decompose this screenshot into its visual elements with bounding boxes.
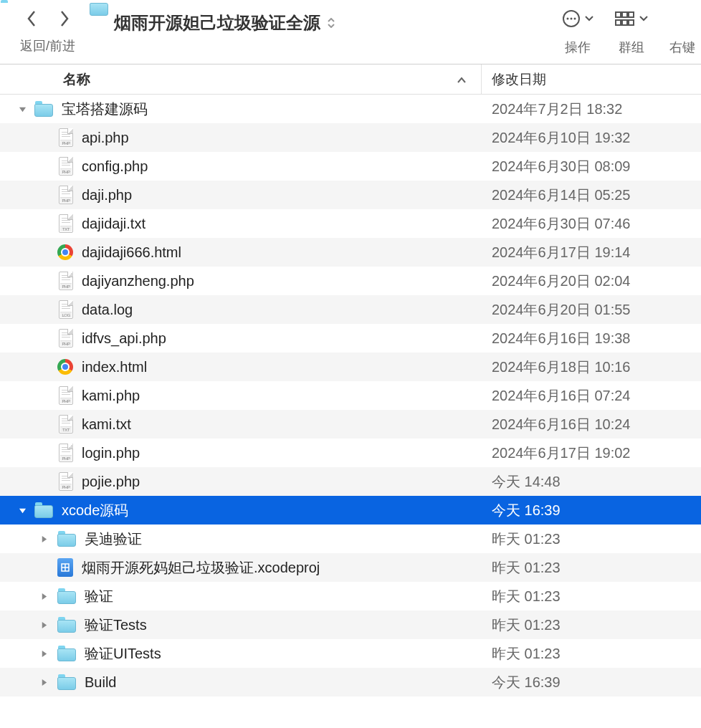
date-cell: 昨天 01:23 [482, 587, 701, 606]
chevron-down-icon [639, 16, 648, 21]
file-row[interactable]: xcode源码今天 16:39 [0, 496, 701, 525]
name-cell: index.html [0, 353, 482, 381]
file-date: 2024年6月20日 02:04 [492, 273, 630, 289]
file-name: login.php [82, 445, 140, 461]
name-cell: xcode源码 [0, 496, 482, 525]
file-row[interactable]: 验证昨天 01:23 [0, 582, 701, 610]
file-row[interactable]: PHPdajiyanzheng.php2024年6月20日 02:04 [0, 267, 701, 295]
column-name-label: 名称 [63, 70, 90, 89]
name-cell: PHPidfvs_api.php [0, 324, 482, 353]
file-date: 2024年6月16日 10:24 [492, 416, 630, 432]
html-file-icon [57, 358, 73, 376]
file-date: 2024年6月16日 19:38 [492, 330, 630, 346]
file-row[interactable]: PHPkami.php2024年6月16日 07:24 [0, 381, 701, 410]
column-header: 名称 修改日期 [0, 64, 701, 95]
date-cell: 今天 16:39 [482, 673, 701, 692]
context-menu[interactable]: 右键 [669, 9, 695, 56]
path-control[interactable]: 烟雨开源妲己垃圾验证全源 [90, 11, 540, 34]
file-row[interactable]: PHPlogin.php2024年6月17日 19:02 [0, 439, 701, 467]
path-chevrons-icon [328, 18, 335, 28]
action-menu[interactable]: 操作 [562, 9, 593, 56]
group-label: 群组 [619, 39, 644, 56]
file-row[interactable]: index.html2024年6月18日 10:16 [0, 353, 701, 381]
file-row[interactable]: PHPpojie.php今天 14:48 [0, 467, 701, 496]
file-row[interactable]: PHPdaji.php2024年6月14日 05:25 [0, 181, 701, 209]
file-date: 2024年6月17日 19:02 [492, 445, 630, 461]
file-date: 昨天 01:23 [492, 560, 561, 575]
file-row[interactable]: TXTkami.txt2024年6月16日 10:24 [0, 410, 701, 439]
date-cell: 昨天 01:23 [482, 616, 701, 635]
group-menu[interactable]: 群组 [615, 9, 648, 56]
date-cell: 2024年6月17日 19:02 [482, 444, 701, 463]
name-cell: 吴迪验证 [0, 525, 482, 553]
svg-marker-18 [42, 650, 46, 656]
date-cell: 今天 16:39 [482, 501, 701, 520]
file-row[interactable]: 验证Tests昨天 01:23 [0, 610, 701, 639]
date-cell: 2024年6月18日 10:16 [482, 358, 701, 377]
forward-button[interactable] [54, 9, 75, 29]
file-name: index.html [82, 359, 147, 375]
date-cell: 2024年6月16日 10:24 [482, 415, 701, 434]
sort-indicator-icon [457, 72, 467, 87]
disclosure-triangle[interactable] [17, 104, 27, 114]
column-name[interactable]: 名称 [0, 64, 482, 94]
file-date: 今天 14:48 [492, 474, 561, 489]
column-date[interactable]: 修改日期 [482, 70, 701, 89]
name-cell: PHPdaji.php [0, 181, 482, 209]
file-name: 验证 [85, 587, 113, 606]
disclosure-triangle[interactable] [39, 620, 49, 630]
name-cell: 验证UITests [0, 639, 482, 668]
file-row[interactable]: 验证UITests昨天 01:23 [0, 639, 701, 668]
file-date: 今天 16:39 [492, 502, 561, 518]
file-date: 2024年6月30日 08:09 [492, 158, 630, 174]
disclosure-triangle[interactable] [39, 677, 49, 687]
folder-title: 烟雨开源妲己垃圾验证全源 [114, 11, 320, 34]
svg-point-2 [571, 18, 573, 20]
file-row[interactable]: PHPidfvs_api.php2024年6月16日 19:38 [0, 324, 701, 353]
date-cell: 2024年6月30日 07:46 [482, 214, 701, 234]
file-name: daji.php [82, 187, 132, 203]
folder-icon [90, 15, 108, 31]
file-row[interactable]: 宝塔搭建源码2024年7月2日 18:32 [0, 95, 701, 123]
column-date-label: 修改日期 [492, 70, 546, 89]
log-file-icon: LOG [57, 300, 73, 319]
file-row[interactable]: PHPapi.php2024年6月10日 19:32 [0, 123, 701, 152]
txt-file-icon: TXT [57, 415, 73, 434]
file-row[interactable]: PHPconfig.php2024年6月30日 08:09 [0, 152, 701, 181]
name-cell: 宝塔搭建源码 [0, 95, 482, 123]
name-cell: 验证Tests [0, 610, 482, 639]
file-row[interactable]: 吴迪验证昨天 01:23 [0, 525, 701, 553]
file-row[interactable]: dajidaji666.html2024年6月17日 19:14 [0, 238, 701, 267]
file-date: 2024年6月20日 01:55 [492, 302, 630, 317]
file-row[interactable]: LOGdata.log2024年6月20日 01:55 [0, 295, 701, 324]
file-date: 2024年6月18日 10:16 [492, 359, 630, 375]
chevron-down-icon [585, 16, 593, 21]
disclosure-triangle[interactable] [39, 534, 49, 544]
xcodeproj-icon [57, 558, 73, 577]
txt-file-icon: TXT [57, 214, 73, 233]
file-name: Build [85, 674, 116, 691]
disclosure-triangle[interactable] [39, 591, 49, 601]
file-row[interactable]: 烟雨开源死妈妲己垃圾验证.xcodeproj昨天 01:23 [0, 553, 701, 582]
nav-label: 返回/前进 [20, 37, 75, 54]
file-name: dajidaji.txt [82, 216, 146, 232]
back-button[interactable] [22, 9, 42, 29]
name-cell: TXTkami.txt [0, 410, 482, 439]
date-cell: 2024年6月20日 01:55 [482, 300, 701, 320]
date-cell: 2024年6月20日 02:04 [482, 272, 701, 291]
file-name: pojie.php [82, 474, 140, 490]
nav-group: 返回/前进 [20, 9, 75, 54]
disclosure-triangle[interactable] [39, 648, 49, 658]
php-file-icon: PHP [57, 386, 73, 405]
file-date: 2024年6月16日 07:24 [492, 388, 630, 403]
php-file-icon: PHP [57, 329, 73, 348]
file-row[interactable]: Build今天 16:39 [0, 668, 701, 696]
file-name: 烟雨开源死妈妲己垃圾验证.xcodeproj [82, 558, 320, 578]
date-cell: 昨天 01:23 [482, 530, 701, 549]
disclosure-triangle[interactable] [17, 505, 27, 515]
file-list: 宝塔搭建源码2024年7月2日 18:32PHPapi.php2024年6月10… [0, 95, 701, 696]
folder-icon [57, 531, 76, 547]
php-file-icon: PHP [57, 272, 73, 290]
file-name: config.php [82, 158, 148, 175]
file-row[interactable]: TXTdajidaji.txt2024年6月30日 07:46 [0, 209, 701, 238]
